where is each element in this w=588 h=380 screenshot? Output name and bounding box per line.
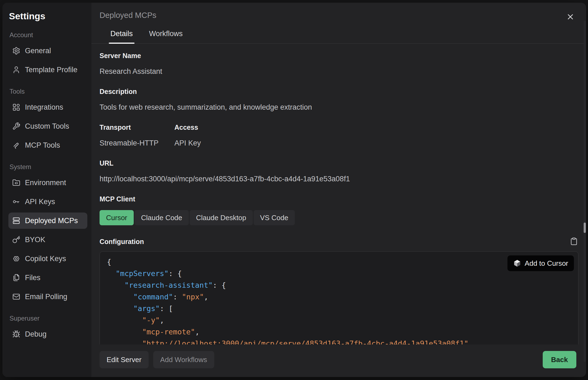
sidebar-item-mcp-tools[interactable]: MCP Tools xyxy=(8,137,87,153)
sidebar-item-label: Debug xyxy=(25,330,47,338)
sidebar-item-api-keys[interactable]: API Keys xyxy=(8,194,87,210)
scrollbar-thumb[interactable] xyxy=(584,223,586,233)
sidebar-section-account: Account xyxy=(9,31,87,39)
sidebar-item-deployed-mcps[interactable]: Deployed MCPs xyxy=(8,213,87,229)
sidebar-item-copilot-keys[interactable]: Copilot Keys xyxy=(8,251,87,267)
client-option-claude-code[interactable]: Claude Code xyxy=(135,210,189,225)
sidebar-sections: AccountGeneralTemplate ProfileToolsInteg… xyxy=(8,31,87,342)
details-content: Server Name Research Assistant Descripti… xyxy=(91,44,586,344)
server-name-label: Server Name xyxy=(100,52,579,60)
configuration-label: Configuration xyxy=(100,238,144,246)
sidebar-item-label: API Keys xyxy=(25,198,55,206)
sidebar-item-label: MCP Tools xyxy=(25,141,60,150)
tab-bar: DetailsWorkflows xyxy=(91,30,586,44)
sidebar-item-label: General xyxy=(25,47,51,55)
settings-modal: Settings AccountGeneralTemplate ProfileT… xyxy=(2,3,586,377)
add-to-cursor-button[interactable]: Add to Cursor xyxy=(507,255,574,271)
sidebar-item-label: BYOK xyxy=(25,236,45,244)
back-button[interactable]: Back xyxy=(543,351,576,368)
server-icon xyxy=(12,217,20,225)
client-option-claude-desktop[interactable]: Claude Desktop xyxy=(190,210,253,225)
sidebar-item-integrations[interactable]: Integrations xyxy=(8,99,87,115)
page-title: Deployed MCPs xyxy=(100,11,156,20)
main-header: Deployed MCPs xyxy=(91,3,586,20)
sidebar-item-label: Integrations xyxy=(25,103,63,112)
access-label: Access xyxy=(174,123,249,131)
sidebar-item-email-polling[interactable]: Email Polling xyxy=(8,289,87,305)
add-workflows-button[interactable]: Add Workflows xyxy=(153,351,214,368)
settings-sidebar: Settings AccountGeneralTemplate ProfileT… xyxy=(2,3,91,377)
mcp-client-label: MCP Client xyxy=(100,195,579,203)
client-option-vs-code[interactable]: VS Code xyxy=(254,210,295,225)
edit-server-button[interactable]: Edit Server xyxy=(100,351,149,368)
footer-bar: Edit Server Add Workflows Back xyxy=(91,344,586,377)
sidebar-item-template-profile[interactable]: Template Profile xyxy=(8,62,87,78)
sidebar-item-files[interactable]: Files xyxy=(8,270,87,286)
tab-workflows[interactable]: Workflows xyxy=(148,30,184,43)
transport-label: Transport xyxy=(100,123,174,131)
sidebar-item-label: Custom Tools xyxy=(25,122,69,131)
transport-value: Streamable-HTTP xyxy=(100,139,174,147)
blocks-icon xyxy=(12,103,20,111)
sidebar-item-label: Environment xyxy=(25,179,66,187)
sidebar-item-byok[interactable]: BYOK xyxy=(8,232,87,248)
gear-icon xyxy=(12,47,20,55)
cursor-logo-icon xyxy=(513,259,521,267)
sidebar-item-label: Email Polling xyxy=(25,293,67,301)
user-icon xyxy=(12,66,20,74)
url-value: http://localhost:3000/api/mcp/serve/4853… xyxy=(100,175,579,183)
key-round-icon xyxy=(12,198,20,206)
mcp-client-options: CursorClaude CodeClaude DesktopVS Code xyxy=(100,210,579,225)
mcp-icon xyxy=(12,141,20,149)
url-label: URL xyxy=(100,159,579,167)
folder-code-icon xyxy=(12,179,20,187)
tab-details[interactable]: Details xyxy=(109,30,134,43)
sidebar-item-label: Deployed MCPs xyxy=(25,217,78,225)
sidebar-section-system: System xyxy=(9,163,87,171)
transport-access-row: Transport Streamable-HTTP Access API Key xyxy=(100,112,579,147)
configuration-code-block: { "mcpServers": { "research-assistant": … xyxy=(100,251,579,344)
sidebar-item-label: Template Profile xyxy=(25,66,78,74)
client-option-cursor[interactable]: Cursor xyxy=(100,210,134,225)
access-value: API Key xyxy=(174,139,249,147)
close-icon[interactable] xyxy=(565,12,575,22)
main-panel: Deployed MCPs DetailsWorkflows Server Na… xyxy=(91,3,586,377)
server-name-value: Research Assistant xyxy=(100,67,579,76)
mail-icon xyxy=(12,293,20,301)
sidebar-item-debug[interactable]: Debug xyxy=(8,326,87,342)
sidebar-section-superuser: Superuser xyxy=(9,315,87,322)
description-label: Description xyxy=(100,88,579,96)
scrollbar-track[interactable] xyxy=(584,21,586,362)
settings-title: Settings xyxy=(9,11,87,21)
configuration-row: Configuration xyxy=(100,237,579,246)
bug-icon xyxy=(12,330,20,338)
sidebar-item-label: Copilot Keys xyxy=(25,255,66,263)
description-value: Tools for web research, summarization, a… xyxy=(100,103,579,112)
copy-icon[interactable] xyxy=(570,237,579,246)
sidebar-item-label: Files xyxy=(25,274,40,282)
sidebar-item-custom-tools[interactable]: Custom Tools xyxy=(8,118,87,134)
files-icon xyxy=(12,274,20,282)
sidebar-section-tools: Tools xyxy=(9,88,87,95)
configuration-json: { "mcpServers": { "research-assistant": … xyxy=(100,252,578,344)
key-icon xyxy=(12,236,20,244)
sidebar-item-general[interactable]: General xyxy=(8,43,87,59)
sidebar-item-environment[interactable]: Environment xyxy=(8,175,87,191)
wrench-icon xyxy=(12,122,20,130)
nut-icon xyxy=(12,255,20,263)
